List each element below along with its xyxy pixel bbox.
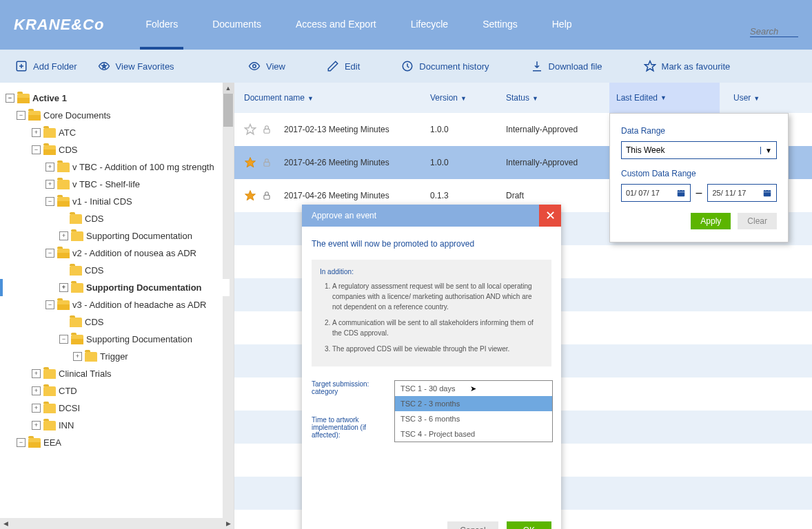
tree-v3[interactable]: − v3 - Addition of headache as ADR	[4, 296, 230, 313]
pencil-icon	[327, 60, 339, 72]
scroll-thumb[interactable]	[223, 94, 233, 127]
approve-event-modal: Approve an event ✕ The event will now be…	[302, 205, 561, 529]
edit-button[interactable]: Edit	[327, 60, 360, 72]
filter-range-select[interactable]: This Week ▼	[621, 141, 777, 159]
collapse-icon[interactable]: −	[32, 145, 41, 154]
lock-icon	[262, 191, 272, 200]
star-filled-icon[interactable]	[244, 189, 256, 202]
tree-label: ATC	[59, 127, 76, 138]
tree-label: CDS	[85, 265, 103, 276]
tree-core[interactable]: − Core Documents	[4, 107, 230, 124]
dropdown-option-tsc4[interactable]: TSC 4 - Project based	[395, 426, 552, 442]
view-label: View	[266, 61, 285, 72]
tree-atc[interactable]: + ATC	[4, 124, 230, 141]
scroll-right-icon[interactable]: ▶	[223, 518, 234, 529]
sidebar-scrollbar[interactable]: ▲	[223, 83, 234, 529]
star-filled-icon[interactable]	[244, 156, 256, 169]
modal-cancel-button[interactable]: Cancel	[447, 521, 498, 529]
tree-trigger[interactable]: + Trigger	[4, 348, 230, 365]
expand-icon[interactable]: +	[59, 231, 68, 240]
nav-access-export[interactable]: Access and Export	[296, 19, 376, 32]
tree-v1-cds[interactable]: CDS	[4, 210, 230, 227]
tree-v2-supdoc-selected[interactable]: + Supporting Documentation	[4, 279, 230, 296]
tree-label: CDS	[59, 145, 77, 155]
col-status[interactable]: Status▼	[506, 93, 616, 103]
search-input[interactable]	[750, 26, 798, 37]
dropdown-option-tsc3[interactable]: TSC 3 - 6 months	[395, 411, 552, 426]
tree-v1[interactable]: − v1 - Initial CDS	[4, 193, 230, 210]
tree-inn[interactable]: + INN	[4, 417, 230, 434]
collapse-icon[interactable]: −	[45, 300, 54, 309]
tree-ctd[interactable]: + CTD	[4, 382, 230, 400]
modal-close-button[interactable]: ✕	[539, 205, 561, 227]
collapse-icon[interactable]: −	[45, 249, 54, 258]
collapse-icon[interactable]: −	[17, 111, 26, 120]
target-submission-dropdown[interactable]: TSC 1 - 30 days TSC 2 - 3 months ➤ TSC 3…	[394, 380, 553, 442]
expand-icon[interactable]: +	[73, 352, 82, 361]
download-button[interactable]: Download file	[531, 60, 602, 72]
nav-lifecycle[interactable]: Lifecycle	[411, 19, 448, 32]
modal-ok-button[interactable]: OK	[507, 521, 551, 529]
add-folder-button[interactable]: Add Folder	[15, 60, 77, 72]
expand-icon[interactable]: +	[32, 386, 41, 395]
sidebar-hscroll[interactable]: ◀ ▶	[0, 518, 234, 529]
collapse-icon[interactable]: −	[45, 197, 54, 206]
tree-v2[interactable]: − v2 - Addition of nousea as ADR	[4, 245, 230, 262]
tree-dcsi[interactable]: + DCSI	[4, 400, 230, 417]
tree-label: v TBC - Addition of 100 mg strength	[72, 162, 214, 172]
col-version[interactable]: Version▼	[430, 93, 506, 103]
doc-version: 0.1.3	[430, 191, 506, 200]
star-outline-icon[interactable]	[244, 123, 256, 136]
col-user[interactable]: User▼	[720, 93, 760, 103]
view-favorites-label: View Favorites	[116, 61, 174, 72]
chevron-down-icon: ▼	[760, 147, 772, 154]
folder-icon	[70, 318, 82, 327]
doc-name: 2017-04-26 Meeting Minutes	[272, 158, 430, 167]
nav-settings[interactable]: Settings	[483, 19, 518, 32]
download-label: Download file	[549, 61, 602, 72]
date-to-input[interactable]: 25/ 11/ 17	[707, 184, 777, 202]
tree-v1-supdoc[interactable]: + Supporting Documentation	[4, 227, 230, 245]
col-last-edited[interactable]: Last Edited▼	[609, 83, 720, 113]
folder-icon	[70, 266, 82, 276]
history-button[interactable]: Document history	[401, 60, 489, 72]
dropdown-option-tsc2[interactable]: TSC 2 - 3 months ➤	[395, 396, 552, 411]
tree-v2-cds[interactable]: CDS	[4, 262, 230, 279]
folder-icon	[57, 180, 70, 189]
expand-icon[interactable]: +	[32, 421, 41, 430]
expand-icon[interactable]: +	[45, 180, 54, 189]
tree-clinical[interactable]: + Clinical Trials	[4, 365, 230, 382]
favourite-button[interactable]: Mark as favourite	[644, 60, 731, 72]
date-from-value: 01/ 07/ 17	[626, 189, 660, 197]
tree-v3-cds[interactable]: CDS	[4, 313, 230, 331]
tree-v3-supdoc[interactable]: − Supporting Documentation	[4, 331, 230, 348]
expand-icon[interactable]: +	[32, 404, 41, 413]
scroll-left-icon[interactable]: ◀	[0, 518, 11, 529]
date-from-input[interactable]: 01/ 07/ 17	[621, 184, 691, 202]
edit-label: Edit	[345, 61, 360, 72]
view-favorites-button[interactable]: View Favorites	[98, 60, 174, 72]
collapse-icon[interactable]: −	[59, 335, 68, 344]
expand-icon[interactable]: +	[32, 128, 41, 137]
tree-vtbc1[interactable]: + v TBC - Addition of 100 mg strength	[4, 158, 230, 176]
tree-cds[interactable]: − CDS	[4, 141, 230, 158]
collapse-icon[interactable]: −	[6, 94, 14, 103]
nav-help[interactable]: Help	[552, 19, 572, 32]
collapse-icon[interactable]: −	[17, 438, 26, 447]
view-button[interactable]: View	[248, 60, 285, 72]
filter-clear-button[interactable]: Clear	[738, 213, 777, 229]
nav-folders[interactable]: Folders	[145, 19, 178, 32]
filter-apply-button[interactable]: Apply	[691, 213, 731, 229]
expand-icon[interactable]: +	[59, 283, 68, 292]
tree-eea[interactable]: − EEA	[4, 434, 230, 451]
nav-documents[interactable]: Documents	[212, 19, 261, 32]
svg-rect-12	[264, 195, 270, 199]
tree-active[interactable]: − Active 1	[4, 90, 230, 107]
col-name[interactable]: Document name▼	[244, 93, 430, 103]
scroll-up-icon[interactable]: ▲	[223, 83, 234, 94]
tree-vtbc2[interactable]: + v TBC - Shelf-life	[4, 176, 230, 193]
expand-icon[interactable]: +	[45, 163, 54, 172]
folder-icon	[57, 300, 70, 310]
favourite-label: Mark as favourite	[662, 61, 731, 72]
expand-icon[interactable]: +	[32, 369, 41, 378]
